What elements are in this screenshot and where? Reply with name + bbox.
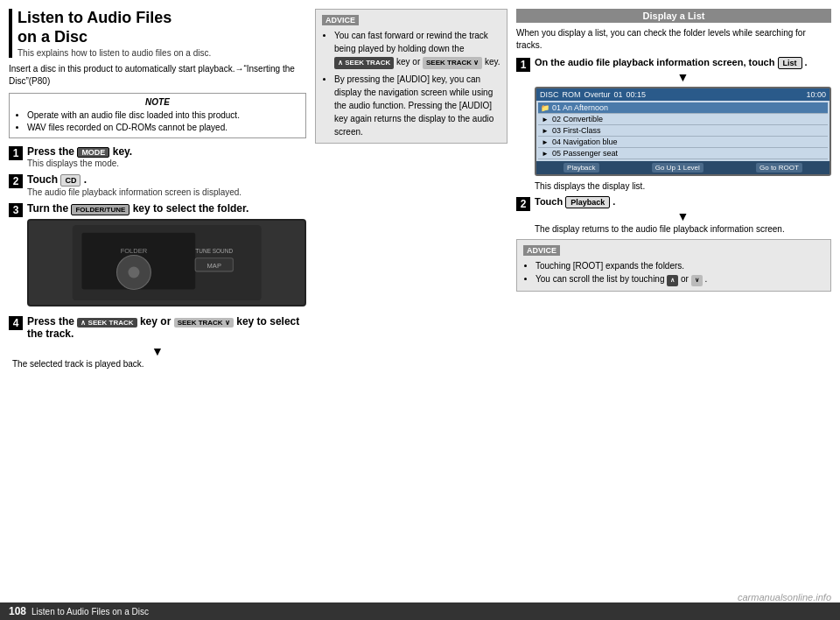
seek-down-small: SEEK TRACK ∨ — [423, 57, 482, 69]
scroll-up-icon: ∧ — [667, 275, 678, 286]
step-1-main: Press the MODE key. — [27, 145, 132, 158]
screen-row: 📁 01 An Afternoon — [538, 102, 828, 114]
seek-up-small: ∧ SEEK TRACK — [334, 57, 394, 69]
watermark: carmanualsonline.info — [738, 592, 831, 602]
go-up-btn[interactable]: Go Up 1 Level — [652, 163, 704, 173]
title-box: Listen to Audio Files on a Disc This exp… — [9, 9, 306, 58]
step-2-main: Touch CD . — [27, 173, 87, 186]
clock: 10:00 — [806, 90, 826, 99]
go-root-btn[interactable]: Go to ROOT — [756, 163, 802, 173]
cd-button: CD — [60, 174, 80, 187]
rom-label: ROM — [563, 90, 581, 99]
step-3-content: Turn the FOLDER/TUNE key to select the f… — [27, 202, 306, 310]
step-4-content: Press the ∧ SEEK TRACK key or SEEK TRACK… — [27, 315, 306, 340]
step-3-main: Turn the FOLDER/TUNE key to select the f… — [27, 202, 248, 215]
note-item: WAV files recorded on CD-ROMs cannot be … — [27, 122, 300, 134]
advice-box-2: ADVICE Touching [ROOT] expands the folde… — [516, 239, 831, 292]
step-1-content: Press the MODE key. This displays the mo… — [27, 145, 306, 168]
scroll-down-icon: ∨ — [691, 275, 703, 286]
title-subtitle: This explains how to listen to audio fil… — [18, 48, 306, 58]
screen-row: ► 04 Navigation blue — [538, 137, 828, 148]
screen-row: ► 03 First-Class — [538, 125, 828, 137]
right-step-2-content: Touch Playback . ▼ The display returns t… — [535, 196, 831, 234]
device-image: FOLDER TUNE SOUND MAP — [27, 219, 306, 306]
right-step-2: 2 Touch Playback . ▼ The display returns… — [516, 196, 831, 234]
chevron-icon: ► — [541, 149, 550, 158]
svg-text:MAP: MAP — [206, 262, 220, 270]
step-2-content: Touch CD . The audio file playback infor… — [27, 173, 306, 197]
track-time: 00:15 — [626, 90, 647, 99]
playback-button[interactable]: Playback — [565, 196, 610, 208]
note-item: Operate with an audio file disc loaded i… — [27, 109, 300, 122]
right-down-arrow-2: ▼ — [535, 210, 831, 222]
track-title: Overtur — [584, 90, 611, 99]
page-number: 108 — [9, 605, 26, 617]
screen-footer: Playback Go Up 1 Level Go to ROOT — [536, 161, 830, 174]
step-1: 1 Press the MODE key. This displays the … — [9, 145, 306, 168]
mode-key: MODE — [77, 147, 109, 158]
note-box: NOTE Operate with an audio file disc loa… — [9, 93, 306, 138]
chevron-icon: ► — [541, 115, 550, 123]
right-down-arrow-1: ▼ — [535, 71, 831, 83]
insert-text: Insert a disc in this product to automat… — [9, 63, 306, 88]
screen-row: ► 05 Passenger seat — [538, 148, 828, 159]
selected-text: The selected track is played back. — [12, 359, 306, 369]
screen-rows: 📁 01 An Afternoon ► 02 Convertible ► 03 … — [536, 101, 830, 161]
chevron-icon: ► — [541, 137, 550, 146]
step-3-number: 3 — [9, 203, 23, 217]
row-label: 04 Navigation blue — [552, 137, 618, 146]
right-step-2-main: Touch Playback . — [535, 196, 615, 207]
step-3: 3 Turn the FOLDER/TUNE key to select the… — [9, 202, 306, 310]
seek-down-badge: SEEK TRACK ∨ — [174, 318, 234, 328]
svg-point-4 — [128, 266, 139, 278]
right-step-1-number: 1 — [516, 58, 530, 72]
page: Listen to Audio Files on a Disc This exp… — [0, 0, 840, 620]
bottom-bar: 108 Listen to Audio Files on a Disc — [0, 602, 840, 620]
advice-list-2: Touching [ROOT] expands the folders. You… — [523, 259, 824, 286]
row-label: 03 First-Class — [552, 126, 601, 135]
display-list-title: Display a List — [516, 9, 831, 23]
step-2: 2 Touch CD . The audio file playback inf… — [9, 173, 306, 197]
playback-btn[interactable]: Playback — [564, 163, 598, 173]
folder-tune-key: FOLDER/TUNE — [71, 204, 130, 215]
row-label: 02 Convertible — [552, 115, 603, 123]
advice-item: Touching [ROOT] expands the folders. — [536, 259, 824, 272]
seek-up-badge: ∧ SEEK TRACK — [77, 318, 136, 328]
left-column: Listen to Audio Files on a Disc This exp… — [9, 9, 306, 602]
device-svg: FOLDER TUNE SOUND MAP — [43, 225, 291, 300]
page-title: Listen to Audio Files on a Disc — [18, 9, 306, 46]
folder-icon: 📁 — [541, 103, 550, 112]
advice-title-2: ADVICE — [523, 245, 560, 256]
row-label: 05 Passenger seat — [552, 149, 618, 158]
bottom-label: Listen to Audio Files on a Disc — [32, 607, 149, 616]
right-step-1-sub: This displays the display list. — [535, 181, 831, 191]
screen-mockup: DISC ROM Overtur 01 00:15 10:00 📁 — [535, 87, 831, 176]
disc-info: DISC ROM Overtur 01 00:15 — [540, 90, 646, 99]
right-step-2-sub: The display returns to the audio file pl… — [535, 224, 831, 234]
advice-list-1: You can fast forward or rewind the track… — [322, 29, 500, 138]
step-2-number: 2 — [9, 174, 23, 188]
right-column: Display a List When you display a list, … — [516, 9, 831, 602]
step-4: 4 Press the ∧ SEEK TRACK key or SEEK TRA… — [9, 315, 306, 340]
step-1-number: 1 — [9, 146, 23, 160]
advice-item: By pressing the [AUDIO] key, you can dis… — [334, 73, 500, 138]
display-list-intro: When you display a list, you can check t… — [516, 27, 831, 52]
note-title: NOTE — [15, 97, 300, 107]
screen-header: DISC ROM Overtur 01 00:15 10:00 — [536, 88, 830, 101]
right-step-1-content: On the audio file playback information s… — [535, 57, 831, 191]
middle-column: ADVICE You can fast forward or rewind th… — [315, 9, 508, 602]
advice-title-1: ADVICE — [322, 15, 359, 25]
advice-box-1: ADVICE You can fast forward or rewind th… — [315, 9, 508, 144]
down-arrow: ▼ — [9, 345, 306, 357]
track-num: 01 — [614, 90, 623, 99]
disc-label: DISC — [540, 90, 559, 99]
note-list: Operate with an audio file disc loaded i… — [15, 109, 300, 134]
list-button[interactable]: List — [778, 57, 802, 69]
chevron-icon: ► — [541, 126, 550, 135]
right-step-2-number: 2 — [516, 197, 530, 211]
main-content: Listen to Audio Files on a Disc This exp… — [0, 0, 840, 602]
right-step-1: 1 On the audio file playback information… — [516, 57, 831, 191]
right-step-1-main: On the audio file playback information s… — [535, 57, 808, 67]
svg-text:FOLDER: FOLDER — [120, 247, 147, 255]
step-4-main: Press the ∧ SEEK TRACK key or SEEK TRACK… — [27, 315, 299, 340]
